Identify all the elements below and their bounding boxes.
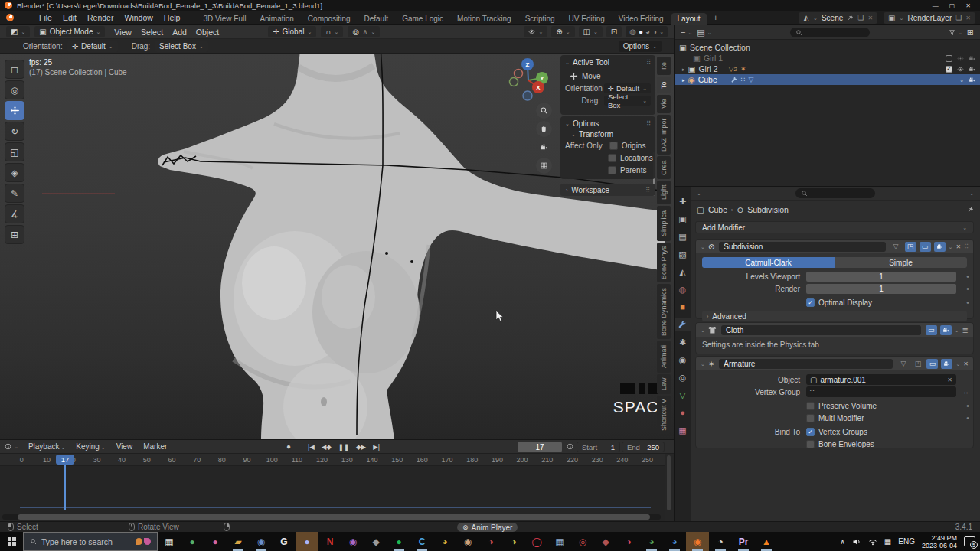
properties-search-input[interactable] <box>795 188 875 198</box>
taskbar-app-icon[interactable]: ◎ <box>571 532 594 551</box>
edit-mode-toggle[interactable]: ▽ <box>897 359 909 369</box>
menu-item[interactable]: Add <box>168 28 191 37</box>
outliner-search-input[interactable] <box>790 28 870 37</box>
taskbar-app-icon[interactable]: ◉ <box>686 532 709 551</box>
axis-neg-y[interactable] <box>510 78 518 86</box>
taskbar-app-icon[interactable]: ◕ <box>433 532 456 551</box>
pin-icon[interactable] <box>847 15 854 21</box>
chevron-down-icon[interactable]: ⌄ <box>969 191 974 196</box>
clear-icon[interactable]: ✕ <box>947 377 952 383</box>
outliner-filter-button[interactable]: ⌄ <box>949 29 962 36</box>
modifier-name-field[interactable]: Subdivision <box>719 242 885 252</box>
tool-select-box[interactable]: ◻ <box>5 60 24 79</box>
collapse-icon[interactable]: ⌄ <box>571 132 576 137</box>
taskbar-app-icon[interactable]: ● <box>181 532 204 551</box>
vertex-groups-checkbox[interactable]: ✓ <box>806 428 815 436</box>
frame-end-field[interactable]: End250 <box>622 442 665 452</box>
animate-dot[interactable]: • <box>962 272 973 281</box>
collapse-icon[interactable]: ⌄ <box>701 328 705 333</box>
blender-menu-icon[interactable] <box>6 14 14 21</box>
on-cage-toggle[interactable]: ◳ <box>912 359 923 369</box>
tool-scale[interactable]: ◱ <box>5 142 24 161</box>
new-collection-button[interactable]: ⊞ <box>967 28 974 37</box>
workspace-tab[interactable]: Compositing <box>301 13 358 25</box>
menu-item[interactable]: Object <box>191 28 224 37</box>
menu-item[interactable]: View <box>111 442 139 451</box>
drag-dots-icon[interactable]: ⠿ <box>964 243 969 250</box>
expand-arrow-icon[interactable]: ▸ <box>682 77 685 83</box>
taskbar-app-icon[interactable]: C <box>410 532 433 551</box>
playhead-line[interactable] <box>64 465 66 510</box>
taskbar-app-icon[interactable]: ◔ <box>709 532 732 551</box>
render-display-toggle[interactable] <box>940 325 952 335</box>
new-layer-icon[interactable]: ❏ <box>956 14 962 21</box>
viewport-display-toggle[interactable]: ▭ <box>926 359 938 369</box>
animate-dot[interactable]: • <box>962 298 973 307</box>
taskbar-app-icon[interactable]: ◕ <box>663 532 686 551</box>
new-scene-icon[interactable]: ❏ <box>858 14 864 21</box>
modifier-name-field[interactable]: Cloth <box>721 325 921 335</box>
animate-dot[interactable]: • <box>962 285 973 293</box>
tool-cursor[interactable]: ◎ <box>5 80 24 99</box>
vertex-group-field[interactable]: ∷ <box>806 386 956 397</box>
taskbar-app-icon[interactable]: ● <box>204 532 227 551</box>
multi-modifier-checkbox[interactable] <box>806 414 815 422</box>
invert-vertex-group-button[interactable]: ↔ <box>962 388 973 396</box>
taskbar-app-icon[interactable]: ▰ <box>227 532 250 551</box>
tab-object[interactable]: ■ <box>675 300 691 314</box>
collapse-icon[interactable]: ⌄ <box>565 60 570 65</box>
render-display-toggle[interactable] <box>941 359 952 369</box>
playhead-frame-label[interactable]: 17 <box>56 455 74 465</box>
frame-start-field[interactable]: Start1 <box>577 442 620 452</box>
n-panel-tab[interactable]: Vie <box>657 95 671 113</box>
add-modifier-button[interactable]: Add Modifier ⌄ <box>695 221 974 233</box>
wifi-icon[interactable] <box>868 537 877 546</box>
workspace-tab[interactable]: Default <box>357 13 395 25</box>
menu-item[interactable]: Keying <box>70 442 110 451</box>
breadcrumb-object[interactable]: Cube <box>708 205 727 214</box>
unlink-scene-icon[interactable]: ✕ <box>867 15 873 21</box>
n-panel-tab[interactable]: Bone Dynamics <box>657 284 671 339</box>
tab-physics[interactable]: ◉ <box>675 353 691 367</box>
close-icon[interactable]: ✕ <box>956 243 961 250</box>
speaker-icon[interactable] <box>852 537 861 546</box>
simple-button[interactable]: Simple <box>835 257 967 268</box>
expand-arrow-icon[interactable]: ▸ <box>682 67 685 72</box>
animate-dot[interactable]: • <box>962 414 973 422</box>
taskbar-app-icon[interactable]: ▦ <box>158 532 181 551</box>
n-panel-tab[interactable]: Shortcut V <box>657 396 671 434</box>
taskbar-app-icon[interactable]: ▦ <box>548 532 571 551</box>
camera-view-button[interactable] <box>536 139 552 155</box>
workspace-tab[interactable]: UV Editing <box>562 13 612 25</box>
edit-mode-toggle[interactable]: ▽ <box>890 242 902 252</box>
menu-item[interactable]: Window <box>119 13 158 22</box>
n-panel-tab[interactable]: DAZ Impor <box>657 115 671 155</box>
timeline-ruler[interactable]: 0102030405060708090100110120130140150160… <box>0 454 665 466</box>
tool-orientation-selector[interactable]: ✛Default⌄ <box>67 41 118 52</box>
gizmos-dropdown[interactable]: ⊕⌄ <box>551 26 574 37</box>
taskbar-app-icon[interactable]: ◑ <box>502 532 525 551</box>
viewport-display-toggle[interactable]: ▭ <box>920 242 931 252</box>
levels-viewport-slider[interactable]: 1 <box>806 272 956 282</box>
collapse-icon[interactable]: ⌄ <box>565 121 570 126</box>
taskbar-app-icon[interactable]: ● <box>387 532 410 551</box>
taskbar-app-icon[interactable]: ● <box>296 532 318 551</box>
taskbar-app-icon[interactable]: ◯ <box>525 532 548 551</box>
menu-item[interactable]: Render <box>82 13 119 22</box>
chevron-down-icon[interactable]: ⌄ <box>949 244 953 249</box>
pin-icon[interactable] <box>967 207 974 214</box>
n-panel-tab[interactable]: Crea <box>657 156 671 179</box>
drag-dots-icon[interactable]: ⠿ <box>646 120 651 127</box>
outliner-editor-type-button[interactable]: ≡⌄ <box>681 28 692 37</box>
workspace-tab[interactable]: Motion Tracking <box>450 13 518 25</box>
tab-world[interactable]: ◍ <box>675 282 691 296</box>
chevron-down-icon[interactable]: ⌄ <box>697 191 701 196</box>
previous-keyframe-button[interactable]: ◀◆ <box>322 443 332 451</box>
transform-orientation-selector[interactable]: ✛Global⌄ <box>268 26 316 37</box>
tray-clock[interactable]: 2:49 PM 2023-06-04 <box>922 534 957 549</box>
render-levels-slider[interactable]: 1 <box>806 284 956 294</box>
shading-solid-button[interactable]: ● <box>639 28 643 36</box>
eye-icon[interactable] <box>957 55 964 62</box>
outliner-row-girl2[interactable]: ▸ ▣ Girl 2 ▽2 ✶ ✓ <box>675 64 980 74</box>
taskbar-app-icon[interactable]: ◑ <box>479 532 502 551</box>
